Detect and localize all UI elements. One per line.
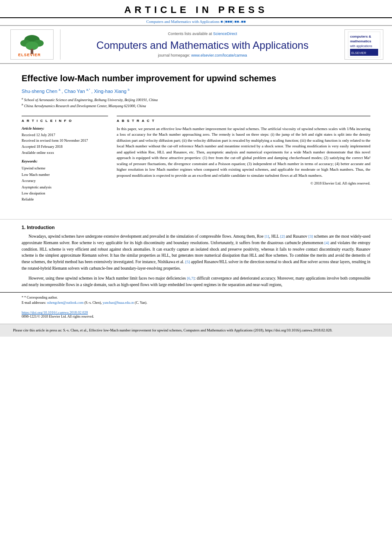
intro-heading: 1. Introduction <box>22 225 370 230</box>
abstract-col: A B S T R A C T In this paper, we presen… <box>117 116 370 203</box>
keyword-3: Accuracy <box>22 178 108 184</box>
abstract-text: In this paper, we present an effective l… <box>117 126 370 179</box>
sciencedirect-link[interactable]: ScienceDirect <box>213 32 237 36</box>
journal-logo-right: computers & mathematics with application… <box>344 29 383 60</box>
history-label: Article history: <box>22 126 108 131</box>
keyword-5: Low dissipation <box>22 190 108 196</box>
journal-title: Computers and Mathematics with Applicati… <box>96 39 309 51</box>
revised-date: Received in revised form 10 November 201… <box>22 138 108 144</box>
keywords-label: Keywords: <box>22 159 108 163</box>
ref-6-7[interactable]: [6,7] <box>187 276 194 280</box>
section-number: 1. <box>22 225 25 230</box>
affiliation-b: b China Aerodynamics Research and Develo… <box>22 102 370 109</box>
article-info-label: A R T I C L E I N F O <box>22 119 108 123</box>
journal-link-bar: Computers and Mathematics with Applicati… <box>0 18 392 25</box>
svg-text:with applications: with applications <box>350 45 373 48</box>
footnote-section: * * Corresponding author. E-mail address… <box>0 292 392 308</box>
paper-title: Effective low-Mach number improvement fo… <box>22 73 370 84</box>
article-info-abstract: A R T I C L E I N F O Article history: R… <box>22 116 370 203</box>
keyword-2: Low Mach number <box>22 172 108 178</box>
email1-link[interactable]: sshengchen@outlook.com <box>47 301 83 305</box>
ref-1[interactable]: [1] <box>265 234 269 239</box>
main-content: Effective low-Mach number improvement fo… <box>0 64 392 214</box>
intro-paragraph-1: Nowadays, upwind schemes have undergone … <box>22 233 370 272</box>
section-title: Introduction <box>27 225 54 230</box>
intro-paragraph-2: However, using these upwind schemes in l… <box>22 275 370 288</box>
contents-available: Contents lists available at ScienceDirec… <box>168 32 237 36</box>
author-separator: , Chao Yan <box>62 89 86 94</box>
journal-logo-svg: computers & mathematics with application… <box>348 32 380 57</box>
email2-author: (C. Yan). <box>135 301 147 305</box>
affiliation-a: a School of Aeronautic Science and Engin… <box>22 96 370 103</box>
email-footnote: E-mail addresses: sshengchen@outlook.com… <box>22 300 370 306</box>
keyword-4: Asymptotic analysis <box>22 184 108 190</box>
doi-section: https://doi.org/10.1016/j.camwa.2018.02.… <box>0 308 392 320</box>
elsevier-logo: ELSEVIER <box>9 29 61 60</box>
svg-text:ELSEVIER: ELSEVIER <box>351 51 366 54</box>
article-info-col: A R T I C L E I N F O Article history: R… <box>22 116 108 203</box>
introduction-section: 1. Introduction Nowadays, upwind schemes… <box>0 225 392 288</box>
ref-5[interactable]: [5] <box>185 260 190 264</box>
doi-link[interactable]: https://doi.org/10.1016/j.camwa.2018.02.… <box>22 310 88 315</box>
authors-line: Shu-sheng Chen a , Chao Yan a,* , Xing-h… <box>22 88 370 94</box>
svg-text:ELSEVIER: ELSEVIER <box>18 53 41 57</box>
available-date: Available online xxxx <box>22 150 108 156</box>
accepted-date: Accepted 18 February 2018 <box>22 144 108 150</box>
copyright-line: © 2018 Elsevier Ltd. All rights reserved… <box>117 181 370 185</box>
banner-text: ARTICLE IN PRESS <box>0 4 392 16</box>
journal-link-text: Computers and Mathematics with Applicati… <box>146 19 219 24</box>
svg-text:mathematics: mathematics <box>350 39 371 43</box>
author1: Shu-sheng Chen <box>22 89 59 94</box>
keyword-6: Reliable <box>22 196 108 202</box>
email2-link[interactable]: yanchao@buaa.edu.cn <box>103 301 134 305</box>
ref-4[interactable]: [4] <box>325 241 329 245</box>
elsevier-tree-svg: ELSEVIER <box>15 34 49 57</box>
ref-2[interactable]: [2] <box>280 234 285 239</box>
abstract-label: A B S T R A C T <box>117 119 370 123</box>
received-date: Received 12 July 2017 <box>22 132 108 138</box>
homepage-url[interactable]: www.elsevier.com/locate/camwa <box>191 53 247 57</box>
journal-header-center: Contents lists available at ScienceDirec… <box>67 29 338 60</box>
keyword-1: Upwind scheme <box>22 165 108 171</box>
cite-bar-text: Please cite this article in press as: S.… <box>13 328 332 332</box>
email1-author: (S.-s. Chen), <box>84 301 102 305</box>
journal-header: ELSEVIER Contents lists available at Sci… <box>0 25 392 64</box>
article-banner: ARTICLE IN PRESS <box>0 0 392 18</box>
content-divider <box>0 219 392 220</box>
corresponding-label: * * Corresponding author. <box>22 295 370 300</box>
cite-bar: Please cite this article in press as: S.… <box>0 324 392 337</box>
affiliations: a School of Aeronautic Science and Engin… <box>22 96 370 109</box>
svg-text:computers &: computers & <box>350 35 371 38</box>
journal-homepage: journal homepage: www.elsevier.com/locat… <box>158 53 247 57</box>
ref-3[interactable]: [3] <box>308 234 313 239</box>
issn-text: 0898-1221/© 2018 Elsevier Ltd. All right… <box>22 315 370 318</box>
author3: , Xing-hao Xiang <box>91 89 127 94</box>
